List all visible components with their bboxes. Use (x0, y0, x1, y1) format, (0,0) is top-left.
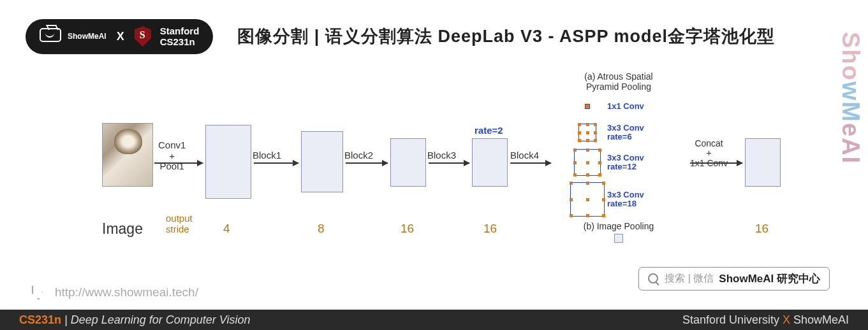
arrow-icon (154, 162, 203, 164)
aspp-imgpool-label: (b) Image Pooling (555, 221, 682, 231)
conn-block1: Block1 (253, 150, 281, 161)
aspp-rate18: 3x3 Conv rate=18 (568, 181, 682, 218)
tv-icon (40, 28, 61, 45)
conv3x3-r18-icon (570, 182, 605, 217)
source-url: http://www.showmeai.tech/ (32, 285, 198, 299)
footer: CS231n | Deep Learning for Computer Visi… (0, 310, 868, 330)
block-output (745, 138, 781, 187)
aspp-1x1: 1x1 Conv (568, 95, 682, 118)
stride-4: 4 (223, 222, 230, 236)
search-brand: ShowMeAI 研究中心 (719, 271, 820, 286)
conn-conv1: Conv1 + Pool1 (158, 140, 186, 172)
stride-16c: 16 (755, 222, 769, 236)
page-title: 图像分割 | 语义分割算法 DeepLab V3 - ASPP model金字塔… (237, 25, 775, 48)
arrow-icon (690, 162, 742, 164)
input-label: Image (102, 220, 143, 238)
arrow-icon (254, 162, 298, 164)
arrow-icon (346, 162, 388, 164)
footer-right: Stanford University X ShowMeAI (682, 313, 849, 327)
course-name: Stanford CS231n (160, 25, 200, 48)
brace-right-icon: { (676, 74, 686, 256)
search-pill[interactable]: 搜索 | 微信 ShowMeAI 研究中心 (638, 267, 830, 291)
block-2 (390, 138, 426, 187)
conn-block2: Block2 (344, 150, 373, 161)
output-stride-label: output stride (166, 213, 193, 234)
stride-8: 8 (318, 222, 325, 236)
architecture-diagram: Image output stride Conv1 + Pool1 Block1… (38, 75, 830, 266)
conn-concat: Concat + 1x1 Conv (690, 139, 728, 168)
image-pool-icon (614, 234, 623, 243)
badge-brand: ShowMeAI (68, 32, 107, 41)
stanford-shield-icon (135, 26, 151, 47)
input-image (102, 123, 153, 187)
block-1 (301, 131, 343, 192)
watermark-vertical: ShowMeAI (837, 32, 864, 164)
aspp-title: (a) Atrous Spatial Pyramid Pooling (555, 71, 682, 92)
aspp-rate6: 3x3 Conv rate=6 (568, 121, 682, 144)
stride-16b: 16 (483, 222, 497, 236)
rate2-label: rate=2 (474, 125, 503, 136)
conv3x3-r12-icon (574, 149, 601, 176)
search-icon (648, 273, 659, 285)
footer-left: CS231n | Deep Learning for Computer Visi… (19, 313, 251, 327)
brace-left-icon: { (551, 74, 561, 256)
aspp-rate12: 3x3 Conv rate=12 (568, 147, 682, 178)
block-3 (472, 138, 508, 187)
stride-16a: 16 (401, 222, 414, 236)
conn-block4: Block4 (510, 150, 539, 161)
arrow-icon (429, 162, 469, 164)
arrow-icon (510, 162, 551, 164)
search-hint: 搜索 | 微信 (665, 272, 714, 285)
conv1x1-icon (585, 104, 590, 109)
header: ShowMeAI X Stanford CS231n 图像分割 | 语义分割算法… (0, 0, 868, 61)
block-conv1pool1 (205, 125, 251, 199)
aspp-module: { { (a) Atrous Spatial Pyramid Pooling 1… (555, 70, 682, 268)
badge-x: X (117, 30, 124, 43)
cursor-icon (32, 285, 46, 299)
brand-badge: ShowMeAI X Stanford CS231n (26, 19, 213, 54)
conv3x3-r6-icon (578, 124, 596, 141)
conn-block3: Block3 (427, 150, 456, 161)
